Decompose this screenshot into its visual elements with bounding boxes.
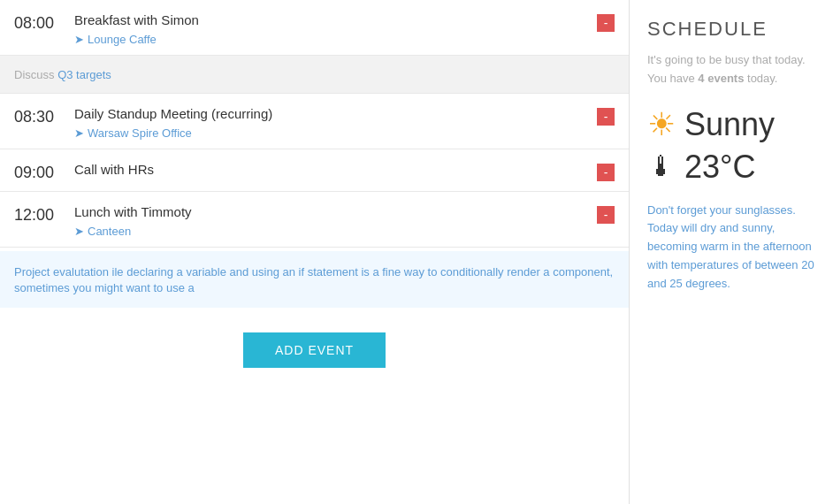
add-event-container: ADD EVENT xyxy=(0,308,629,393)
event-title: Call with HRs xyxy=(74,162,597,177)
weather-description: Don't forget your sunglasses. Today will… xyxy=(647,202,815,294)
location-icon: ➤ xyxy=(74,33,84,46)
event-details: Call with HRs xyxy=(67,162,597,177)
event-title: Breakfast with Simon xyxy=(74,12,597,27)
event-note-text: Discuss Q3 targets xyxy=(14,68,111,81)
event-location: ➤ Canteen xyxy=(74,225,597,238)
event-row: 08:30 Daily Standup Meeting (recurring) … xyxy=(0,94,629,149)
add-event-button[interactable]: ADD EVENT xyxy=(243,332,386,368)
schedule-subtitle: It's going to be busy that today. You ha… xyxy=(647,51,815,88)
event-row: 12:00 Lunch with Timmoty ➤ Canteen - xyxy=(0,192,629,248)
weather-temperature: 23°C xyxy=(684,149,755,186)
weather-condition: Sunny xyxy=(684,106,775,143)
event-title: Lunch with Timmoty xyxy=(74,204,597,219)
event-location: ➤ Warsaw Spire Office xyxy=(74,126,597,140)
schedule-title: SCHEDULE xyxy=(647,18,815,41)
location-text: Lounge Caffe xyxy=(88,33,157,46)
event-details: Lunch with Timmoty ➤ Canteen xyxy=(67,204,597,238)
sun-icon: ☀ xyxy=(647,106,676,143)
event-location: ➤ Lounge Caffe xyxy=(74,33,597,46)
event-details: Daily Standup Meeting (recurring) ➤ Wars… xyxy=(67,106,597,140)
delete-event-button[interactable]: - xyxy=(597,108,615,126)
event-row: 09:00 Call with HRs - xyxy=(0,149,629,192)
location-text: Warsaw Spire Office xyxy=(88,126,192,140)
event-time: 08:00 xyxy=(14,12,67,33)
weather-temp-row: 🌡 23°C xyxy=(647,149,815,186)
event-count: 4 events xyxy=(698,72,744,85)
event-row: 08:00 Breakfast with Simon ➤ Lounge Caff… xyxy=(0,0,629,56)
event-time: 12:00 xyxy=(14,204,67,225)
event-title: Daily Standup Meeting (recurring) xyxy=(74,106,597,121)
events-panel: 08:00 Breakfast with Simon ➤ Lounge Caff… xyxy=(0,0,630,504)
delete-event-button[interactable]: - xyxy=(597,164,615,181)
weather-main-row: ☀ Sunny xyxy=(647,106,815,143)
thermometer-icon: 🌡 xyxy=(647,150,676,183)
event-time: 09:00 xyxy=(14,162,67,182)
event-note-row: Discuss Q3 targets xyxy=(0,56,629,94)
location-text: Canteen xyxy=(88,225,131,238)
note-highlight: Q3 targets xyxy=(57,68,111,81)
event-time: 08:30 xyxy=(14,106,67,126)
event-note-blue-text: Project evalutation ile declaring a vari… xyxy=(14,265,613,294)
event-note-blue-row: Project evalutation ile declaring a vari… xyxy=(0,251,629,308)
event-details: Breakfast with Simon ➤ Lounge Caffe xyxy=(67,12,597,46)
schedule-panel: SCHEDULE It's going to be busy that toda… xyxy=(630,0,833,504)
delete-event-button[interactable]: - xyxy=(597,206,615,224)
delete-event-button[interactable]: - xyxy=(597,14,615,32)
location-icon: ➤ xyxy=(74,126,84,140)
subtitle-after: today. xyxy=(744,72,777,85)
location-icon: ➤ xyxy=(74,225,84,238)
